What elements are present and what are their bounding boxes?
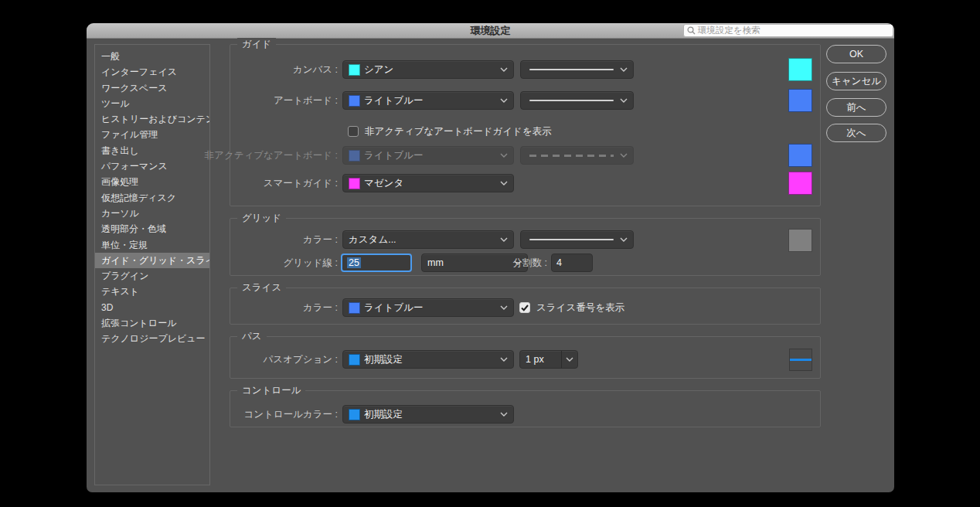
artboard-color-select[interactable]: ライトブルー bbox=[342, 91, 514, 110]
search-input[interactable]: 環境設定を検索 bbox=[683, 24, 893, 37]
path-options-select[interactable]: 初期設定 bbox=[342, 350, 514, 369]
canvas-line-style-select[interactable] bbox=[520, 60, 634, 79]
preferences-dialog: 環境設定 環境設定を検索 一般 インターフェイス ワークスペース ツール ヒスト… bbox=[87, 23, 894, 492]
grid-color-value: カスタム... bbox=[349, 233, 500, 247]
path-options-color-chip bbox=[349, 354, 360, 366]
path-options-label: パスオプション : bbox=[183, 350, 338, 369]
canvas-color-select[interactable]: シアン bbox=[342, 60, 514, 79]
smart-guides-color-select[interactable]: マゼンタ bbox=[342, 174, 514, 192]
path-width-select[interactable]: 1 px bbox=[519, 350, 578, 369]
chevron-down-icon bbox=[620, 98, 628, 103]
show-inactive-artboard-guides-label: 非アクティブなアートボードガイドを表示 bbox=[365, 125, 552, 138]
artboard-guide-color-swatch[interactable] bbox=[788, 89, 812, 112]
slices-group-legend: スライス bbox=[237, 281, 286, 294]
chevron-down-icon bbox=[500, 412, 508, 417]
chevron-down-icon bbox=[561, 351, 577, 368]
solid-line-glyph bbox=[529, 100, 614, 101]
chevron-down-icon bbox=[500, 237, 508, 242]
artboard-color-value: ライトブルー bbox=[364, 94, 500, 107]
control-color-chip bbox=[349, 409, 360, 420]
chevron-down-icon bbox=[500, 67, 508, 72]
control-color-value: 初期設定 bbox=[364, 408, 500, 421]
sidebar-item-file-handling[interactable]: ファイル管理 bbox=[95, 127, 209, 142]
show-slice-numbers-checkbox[interactable] bbox=[519, 302, 530, 313]
canvas-color-chip bbox=[349, 64, 360, 76]
grid-color-select[interactable]: カスタム... bbox=[342, 230, 514, 249]
artboard-color-chip bbox=[349, 95, 360, 107]
gridline-every-value: 25 bbox=[347, 257, 361, 268]
guides-group-legend: ガイド bbox=[237, 38, 276, 51]
dashed-line-glyph bbox=[529, 155, 614, 157]
paths-group-legend: パス bbox=[237, 330, 267, 343]
chevron-down-icon bbox=[500, 357, 508, 362]
subdivisions-value: 4 bbox=[556, 257, 562, 268]
slice-color-select[interactable]: ライトブルー bbox=[342, 298, 514, 317]
chevron-down-icon bbox=[500, 153, 508, 158]
canvas-guide-color-swatch[interactable] bbox=[788, 58, 812, 81]
checkmark-icon bbox=[521, 305, 529, 311]
subdivisions-label: 分割数 : bbox=[393, 254, 547, 272]
cancel-button[interactable]: キャンセル bbox=[826, 72, 886, 90]
prev-button[interactable]: 前へ bbox=[826, 98, 886, 117]
search-placeholder: 環境設定を検索 bbox=[698, 25, 761, 36]
show-slice-numbers-label: スライス番号を表示 bbox=[536, 301, 624, 314]
search-icon bbox=[687, 26, 696, 35]
sidebar-item-technology-previews[interactable]: テクノロジープレビュー bbox=[95, 331, 209, 346]
path-preview-line bbox=[790, 359, 812, 361]
chevron-down-icon bbox=[620, 153, 628, 158]
ok-button[interactable]: OK bbox=[826, 45, 886, 63]
inactive-artboard-color-select: ライトブルー bbox=[342, 146, 514, 165]
path-preview-swatch[interactable] bbox=[789, 349, 812, 371]
solid-line-glyph bbox=[529, 239, 614, 240]
slice-color-label: カラー : bbox=[183, 298, 338, 317]
slice-color-chip bbox=[349, 302, 360, 314]
smart-guides-color-value: マゼンタ bbox=[364, 177, 500, 190]
titlebar: 環境設定 環境設定を検索 bbox=[87, 23, 894, 39]
smart-guides-color-swatch[interactable] bbox=[788, 172, 812, 195]
inactive-artboard-color-value: ライトブルー bbox=[364, 149, 500, 162]
next-button[interactable]: 次へ bbox=[826, 124, 886, 142]
chevron-down-icon bbox=[500, 98, 508, 103]
grid-group-legend: グリッド bbox=[237, 212, 286, 225]
grid-color-swatch[interactable] bbox=[788, 229, 812, 252]
sidebar-item-extended-controls[interactable]: 拡張コントロール bbox=[95, 315, 209, 331]
path-width-value: 1 px bbox=[526, 354, 561, 365]
grid-color-label: カラー : bbox=[183, 230, 338, 249]
smart-guides-label: スマートガイド : bbox=[183, 174, 338, 192]
chevron-down-icon bbox=[620, 67, 628, 72]
artboard-line-style-select[interactable] bbox=[520, 91, 634, 110]
inactive-artboard-line-style-select bbox=[520, 146, 634, 165]
control-color-label: コントロールカラー : bbox=[183, 405, 338, 424]
show-inactive-artboard-guides-checkbox[interactable] bbox=[348, 126, 359, 137]
slice-color-value: ライトブルー bbox=[364, 301, 500, 315]
path-options-value: 初期設定 bbox=[364, 353, 500, 366]
sidebar-item-history[interactable]: ヒストリーおよびコンテンツ認… bbox=[95, 111, 209, 127]
chevron-down-icon bbox=[500, 181, 508, 185]
solid-line-glyph bbox=[529, 69, 614, 70]
gridline-every-label: グリッド線 : bbox=[183, 254, 338, 272]
canvas-color-value: シアン bbox=[364, 63, 500, 77]
inactive-artboard-color-chip bbox=[349, 150, 360, 162]
control-group-legend: コントロール bbox=[237, 384, 305, 397]
inactive-artboard-guide-color-swatch[interactable] bbox=[788, 144, 812, 167]
inactive-artboard-label: 非アクティブなアートボード : bbox=[183, 146, 338, 165]
sidebar-item-cursors[interactable]: カーソル bbox=[95, 206, 209, 221]
smart-guides-color-chip bbox=[349, 178, 360, 189]
sidebar-item-type[interactable]: テキスト bbox=[95, 284, 209, 299]
chevron-down-icon bbox=[500, 305, 508, 310]
artboard-label: アートボード : bbox=[183, 91, 338, 110]
subdivisions-input[interactable]: 4 bbox=[551, 254, 593, 272]
canvas-label: カンバス : bbox=[183, 60, 338, 79]
grid-line-style-select[interactable] bbox=[520, 230, 634, 249]
control-color-select[interactable]: 初期設定 bbox=[342, 405, 514, 424]
chevron-down-icon bbox=[620, 237, 628, 242]
